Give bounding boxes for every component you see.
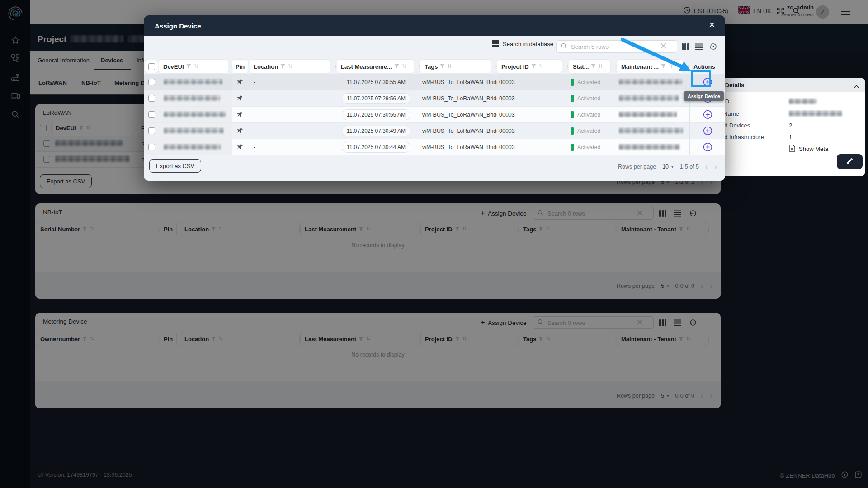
checkbox-icon <box>148 63 155 70</box>
location-value: - <box>254 95 255 102</box>
assign-device-row-button[interactable] <box>700 123 715 139</box>
modal-pagination: Rows per page 10▾ 1-5 of 5 ‹ › <box>618 163 717 171</box>
select-all-checkbox[interactable] <box>145 60 158 73</box>
filter-icon[interactable] <box>186 63 191 70</box>
pin-icon[interactable] <box>236 111 243 119</box>
assign-device-row-button[interactable] <box>700 107 715 122</box>
column-header-tags[interactable]: Tags <box>420 60 491 73</box>
location-value: - <box>254 128 255 134</box>
project-id-value: 00003 <box>497 123 569 139</box>
modal-title: Assign Device <box>155 22 201 30</box>
status-badge <box>571 95 574 102</box>
tags-value: wM-BUS_To_LoRaWAN_Bridge <box>420 90 497 106</box>
column-drag-handle[interactable]: ⋮ <box>228 63 232 70</box>
location-value: - <box>254 79 255 85</box>
row-checkbox[interactable] <box>148 144 155 150</box>
project-id-value: 00003 <box>497 74 569 90</box>
pin-icon[interactable] <box>236 78 243 86</box>
redacted-maintenant <box>619 128 683 134</box>
filter-icon[interactable] <box>591 63 596 70</box>
redacted-deveui <box>164 95 220 101</box>
sort-icon[interactable] <box>598 63 603 70</box>
pencil-icon <box>846 157 854 166</box>
prev-page-button[interactable]: ‹ <box>705 163 708 171</box>
column-header-status[interactable]: Stat... <box>569 60 610 73</box>
chevron-down-icon: ▾ <box>671 164 674 169</box>
row-checkbox[interactable] <box>148 111 155 118</box>
assign-device-tooltip: Assign Device <box>684 91 724 101</box>
table-row[interactable]: - 11.07.2025 07:30:55 AM wM-BUS_To_LoRaW… <box>144 107 725 123</box>
next-page-button[interactable]: › <box>714 163 717 171</box>
column-drag-handle[interactable]: ⋮ <box>493 63 497 70</box>
assign-device-row-button[interactable] <box>700 140 715 155</box>
sort-icon[interactable] <box>401 63 406 70</box>
last-measurement-value: 11.07.2025 07:30:49 AM <box>342 126 410 136</box>
column-drag-handle[interactable]: ⋮ <box>416 63 420 70</box>
show-meta-button[interactable]: Show Meta <box>789 145 828 153</box>
column-drag-handle[interactable]: ⋮ <box>333 63 337 70</box>
last-measurement-value: 11.07.2025 07:30:44 AM <box>342 142 410 153</box>
redacted-deveui <box>164 79 222 85</box>
redacted-project-name <box>789 111 842 117</box>
last-measurement-value: 11.07.2025 07:30:55 AM <box>342 109 410 120</box>
history-icon[interactable] <box>709 42 717 52</box>
row-checkbox[interactable] <box>148 127 155 134</box>
column-header-location[interactable]: Location <box>250 60 330 73</box>
column-drag-handle[interactable]: ⋮ <box>565 63 569 70</box>
tags-value: wM-BUS_To_LoRaWAN_Bridge <box>420 123 497 139</box>
table-row[interactable]: - 11.07.2025 07:30:49 AM wM-BUS_To_LoRaW… <box>144 123 725 139</box>
row-checkbox[interactable] <box>148 95 155 102</box>
export-csv-button[interactable]: Export as CSV <box>149 159 201 173</box>
edit-project-button[interactable] <box>837 154 863 169</box>
filter-icon[interactable] <box>280 63 285 70</box>
page-size-select[interactable]: 10▾ <box>662 164 673 170</box>
last-measurement-value: 11.07.2025 07:30:55 AM <box>342 77 410 88</box>
status-label: Activated <box>577 79 600 85</box>
project-id-value: 00003 <box>497 90 569 106</box>
table-row[interactable]: - 11.07.2025 07:30:44 AM wM-BUS_To_LoRaW… <box>144 139 725 155</box>
column-header-deveui[interactable]: DevEUI <box>159 60 228 73</box>
sort-icon[interactable] <box>193 63 198 70</box>
redacted-maintenant <box>619 144 680 150</box>
app-root: EST (UTC-5) EN UK zc_admin zennerconnect… <box>0 0 868 488</box>
tags-value: wM-BUS_To_LoRaWAN_Bridge <box>420 107 497 122</box>
redacted-maintenant <box>619 112 677 117</box>
close-icon[interactable]: ✕ <box>709 21 715 29</box>
location-value: - <box>254 144 255 150</box>
filter-icon[interactable] <box>394 63 399 70</box>
column-header-project-id[interactable]: Project ID <box>497 60 562 73</box>
filter-icon[interactable] <box>531 63 536 70</box>
sort-icon[interactable] <box>288 63 292 70</box>
table-row[interactable]: - 11.07.2025 07:29:56 AM wM-BUS_To_LoRaW… <box>144 90 725 107</box>
last-measurement-value: 11.07.2025 07:29:56 AM <box>342 93 410 104</box>
sort-icon[interactable] <box>538 63 543 70</box>
status-label: Activated <box>577 112 600 118</box>
document-icon <box>789 145 795 153</box>
annotation-arrow <box>613 35 703 82</box>
status-label: Activated <box>577 128 600 134</box>
redacted-deveui <box>164 128 224 134</box>
chevron-up-icon[interactable] <box>854 83 859 90</box>
database-list-icon <box>492 40 499 48</box>
sort-icon[interactable] <box>447 63 452 70</box>
redacted-deveui <box>164 144 221 150</box>
filter-icon[interactable] <box>440 63 445 70</box>
redacted-deveui <box>164 112 226 117</box>
search-in-database-button[interactable]: Search in database <box>492 40 553 48</box>
status-badge <box>571 79 574 86</box>
pin-icon[interactable] <box>236 94 243 103</box>
tags-value: wM-BUS_To_LoRaWAN_Bridge <box>420 74 497 90</box>
pin-icon[interactable] <box>236 143 243 151</box>
status-badge <box>571 127 574 135</box>
annotation-highlight-box <box>691 70 711 87</box>
column-header-pin[interactable]: Pin <box>232 60 248 73</box>
row-checkbox[interactable] <box>148 79 155 85</box>
pin-icon[interactable] <box>236 127 243 135</box>
search-icon <box>561 42 567 51</box>
column-header-last-measurement[interactable]: Last Measureme... <box>337 60 414 73</box>
status-label: Activated <box>577 144 600 150</box>
modal-header: Assign Device <box>144 15 725 36</box>
status-badge <box>571 111 574 118</box>
project-id-value: 00003 <box>497 139 569 155</box>
status-badge <box>571 144 574 151</box>
